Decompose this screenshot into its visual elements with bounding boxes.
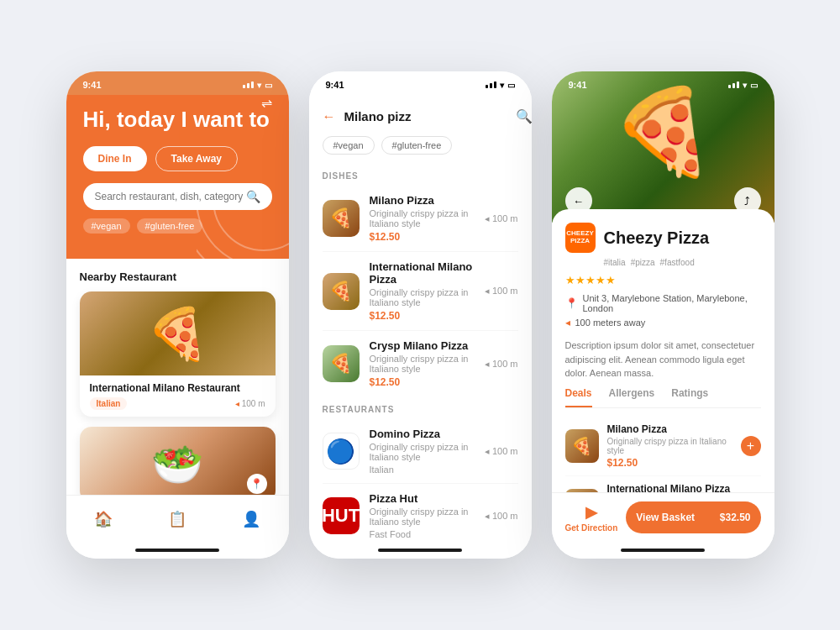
home-indicator-2 (309, 542, 532, 559)
dine-in-button[interactable]: Dine In (83, 146, 147, 171)
deal-info-1: Milano Pizza Originally crispy pizza in … (607, 423, 732, 469)
search-nav: ← 🔍 ⇌ (323, 102, 518, 131)
search-icon[interactable]: 🔍 (246, 190, 260, 203)
status-bar-2: 9:41 ▾ ▭ (309, 71, 532, 95)
dish-distance-3: ◂ 100 m (485, 359, 518, 370)
home-bar-1 (135, 549, 219, 552)
dish-desc-3: Originally crispy pizza in Italiano styl… (370, 354, 475, 374)
list-item-dish-3[interactable]: 🍕 Crysp Milano Pizza Originally crispy p… (309, 331, 532, 396)
nav-orders[interactable]: 📋 (168, 510, 186, 528)
view-basket-label: View Basket (636, 512, 695, 523)
search-bar: 🔍 (83, 183, 272, 210)
back-button-3[interactable]: ← (565, 187, 592, 214)
basket-price: $32.50 (720, 512, 751, 523)
deal-name-1: Milano Pizza (607, 423, 732, 435)
deal-desc-1: Originally crispy pizza in Italiano styl… (607, 437, 732, 455)
restaurant-title: Cheezy Pizza (604, 228, 710, 248)
rest-desc-1: Originally crispy pizza in Italiano styl… (370, 442, 475, 462)
status-bar-3: 9:41 ▾ ▭ (552, 71, 774, 95)
list-item-dish-1[interactable]: 🍕 Milano Pizza Originally crispy pizza i… (309, 186, 532, 251)
take-away-button[interactable]: Take Away (155, 146, 238, 171)
profile-icon: 👤 (242, 510, 260, 528)
greeting-text: Hi, today I want to (83, 107, 272, 133)
filter-tag-gluten[interactable]: #gluten-free (381, 136, 453, 155)
list-item-rest-2[interactable]: HUT Pizza Hut Originally crispy pizza in… (309, 484, 532, 542)
phone1-body: Nearby Restaurant International Milano R… (66, 259, 289, 495)
search-field[interactable] (344, 109, 507, 123)
restaurant-hero-image: 9:41 ▾ ▭ ← ⤴ (552, 71, 774, 223)
tab-ratings[interactable]: Ratings (671, 387, 708, 407)
home-bar-3 (621, 549, 705, 552)
rest-thumb-2: HUT (323, 497, 360, 534)
phone3-body: CHEEZYPIZZA Cheezy Pizza #italia #pizza … (552, 209, 774, 492)
status-icons-2: ▾ ▭ (486, 81, 515, 90)
restaurants-header: RESTAURANTS (309, 396, 532, 419)
restaurant-tag-1[interactable]: Italian (90, 397, 128, 410)
nearby-title: Nearby Restaurant (80, 270, 276, 283)
photo-nav-overlay: ← ⤴ (552, 179, 774, 223)
map-pin-icon: 📍 (565, 297, 578, 309)
dish-distance-1: ◂ 100 m (485, 213, 518, 224)
home-indicator-3 (552, 542, 774, 559)
rest-dist-1: ◂ 100 m (485, 446, 518, 457)
dish-name-2: International Milano Pizza (370, 260, 475, 286)
back-button[interactable]: ← (323, 109, 336, 124)
dish-price-3: $12.50 (370, 376, 475, 388)
bottom-bar: ▶ Get Direction View Basket $32.50 (552, 492, 774, 542)
phone2-header: ← 🔍 ⇌ #vegan #gluten-free (309, 95, 532, 163)
dish-thumb-2: 🍕 (323, 273, 360, 310)
tab-allergens[interactable]: Allergens (609, 387, 655, 407)
deal-thumb-1: 🍕 (565, 429, 599, 463)
time-3: 9:41 (569, 80, 587, 90)
distance-text: 100 meters away (575, 318, 646, 328)
restaurant-card-2[interactable]: 📍 (80, 427, 276, 495)
restaurant-description: Description ipsum dolor sit amet, consec… (565, 339, 761, 381)
signal-icon-3 (728, 81, 739, 88)
phone1-header: ⇌ Hi, today I want to Dine In Take Away … (66, 95, 289, 259)
navigation-icon: ◂ (565, 317, 570, 328)
rest-thumb-1: 🔵 (323, 433, 360, 470)
filter-tags: #vegan #gluten-free (323, 131, 518, 163)
restaurant-brand: CHEEZYPIZZA Cheezy Pizza (565, 223, 761, 253)
restaurant-image-2: 📍 (80, 427, 276, 495)
rest-dist-2: ◂ 100 m (485, 511, 518, 522)
dish-thumb-3: 🍕 (323, 345, 360, 382)
restaurant-card-1[interactable]: International Milano Restaurant Italian … (80, 291, 276, 417)
nav-home[interactable]: 🏠 (94, 510, 113, 528)
wifi-icon-2: ▾ (500, 81, 504, 90)
list-item-rest-1[interactable]: 🔵 Domino Pizza Originally crispy pizza i… (309, 419, 532, 483)
dish-distance-2: ◂ 100 m (485, 286, 518, 297)
brand-logo: CHEEZYPIZZA (565, 223, 596, 253)
battery-icon: ▭ (265, 81, 272, 90)
signal-icon-2 (486, 81, 496, 88)
add-item-button-1[interactable]: + (741, 436, 761, 456)
nav-profile[interactable]: 👤 (242, 510, 260, 528)
view-basket-button[interactable]: View Basket $32.50 (626, 501, 760, 533)
tab-deals[interactable]: Deals (565, 387, 592, 407)
filter-tag-vegan[interactable]: #vegan (323, 136, 375, 155)
deal-item-2: 🍕 International Milano Pizza Originally … (565, 476, 761, 493)
deal-info-2: International Milano Pizza Originally cr… (607, 483, 732, 493)
phone1-navbar: 🏠 📋 👤 (66, 495, 289, 542)
home-bar-2 (378, 549, 462, 552)
phone1-home: 9:41 ▾ ▭ ⇌ Hi, today I want to Dine In T… (66, 71, 289, 559)
dish-info-3: Crysp Milano Pizza Originally crispy piz… (370, 339, 475, 388)
battery-icon-2: ▭ (507, 81, 515, 90)
deal-name-2: International Milano Pizza (607, 483, 732, 493)
location-icon-1: ◂ (235, 399, 239, 408)
search-icon-2[interactable]: 🔍 (516, 108, 532, 124)
signal-icon (243, 81, 254, 88)
time-1: 9:41 (83, 80, 102, 90)
search-input[interactable] (95, 191, 246, 202)
tag-gluten-free[interactable]: #gluten-free (137, 218, 203, 234)
list-item-dish-2[interactable]: 🍕 International Milano Pizza Originally … (309, 252, 532, 330)
dish-desc-1: Originally crispy pizza in Italiano styl… (370, 208, 475, 228)
dish-name-1: Milano Pizza (370, 194, 475, 207)
restaurant-image-1 (80, 291, 276, 375)
meal-type-buttons: Dine In Take Away (83, 146, 272, 171)
share-button[interactable]: ⤴ (734, 187, 761, 214)
dish-price-1: $12.50 (370, 231, 475, 243)
dish-info-1: Milano Pizza Originally crispy pizza in … (370, 194, 475, 243)
tag-vegan[interactable]: #vegan (83, 218, 130, 234)
get-direction-button[interactable]: ▶ Get Direction (565, 503, 618, 533)
